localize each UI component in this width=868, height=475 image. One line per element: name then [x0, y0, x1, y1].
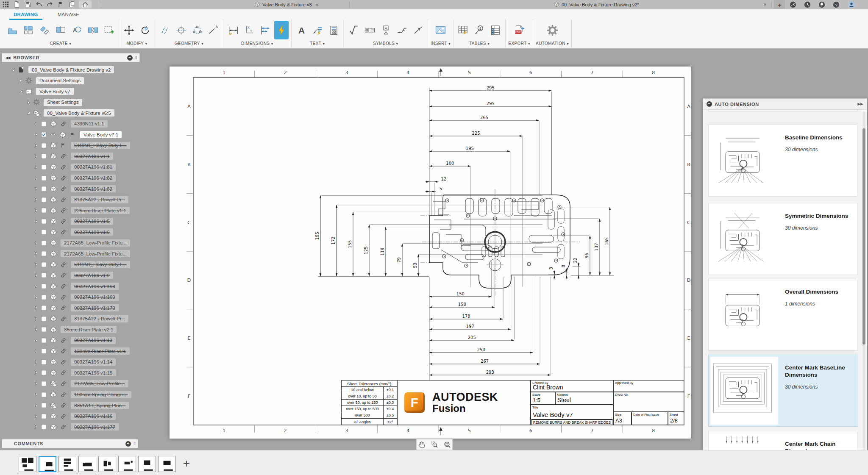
expander-icon[interactable] — [33, 305, 39, 311]
expander-icon[interactable] — [33, 132, 39, 137]
tree-item-label[interactable]: 5111N1_Heavy Duty L... — [71, 261, 130, 268]
sheet-tab-2[interactable] — [39, 456, 56, 472]
apps-grid-button[interactable] — [0, 0, 11, 9]
browser-tree-row[interactable]: 5111N1_Heavy Duty L... — [0, 140, 147, 151]
tree-item-label[interactable]: 90327A196 v1:16 — [71, 413, 116, 420]
browser-tree-row[interactable]: 225mm Riser Plate v1:1 — [0, 205, 147, 216]
tree-item-label[interactable]: 2172A65_Low-Profile Fixtu... — [61, 239, 130, 247]
tree-item-label[interactable]: Valve Body v7 — [36, 88, 74, 95]
tree-item-label[interactable]: 90327A196 v1:1 — [71, 153, 113, 160]
parts-list-tool[interactable] — [488, 21, 503, 39]
expander-icon[interactable] — [33, 208, 39, 213]
visibility-checkbox[interactable] — [39, 186, 48, 192]
expander-icon[interactable] — [33, 327, 39, 332]
auto-dimension-header[interactable]: − AUTO DIMENSION ▶▶ — [703, 99, 867, 110]
visibility-checkbox[interactable] — [39, 283, 48, 289]
expander-icon[interactable] — [33, 240, 39, 246]
visibility-checkbox[interactable] — [39, 413, 48, 419]
expander-icon[interactable] — [33, 381, 39, 386]
browser-tree-row[interactable]: 90327A196 v1:169 — [0, 292, 147, 303]
visibility-checkbox[interactable] — [39, 131, 48, 138]
expander-icon[interactable] — [33, 251, 39, 256]
group-dropdown-create[interactable]: CREATE ▾ — [50, 41, 72, 46]
visibility-checkbox[interactable] — [39, 402, 48, 408]
tree-item-label[interactable]: 31375A22 - Dowell Pi... — [71, 315, 128, 322]
auto-dim-card-cm-baseline[interactable]: Center Mark BaseLine Dimensions30 dimens… — [708, 355, 857, 427]
tree-item-label[interactable]: 225mm Riser Plate v1:1 — [71, 207, 130, 214]
visibility-checkbox[interactable] — [39, 197, 48, 203]
group-dropdown-insert[interactable]: INSERT ▾ — [431, 41, 451, 46]
browser-minimize-icon[interactable]: − — [127, 55, 133, 61]
tree-item-label[interactable]: 90327A196 v1:82 — [71, 175, 116, 182]
expander-icon[interactable] — [33, 392, 39, 397]
document-tab-2[interactable]: 00_Valve Body & Fixture Drawing v2* — [554, 0, 642, 9]
tree-item-label[interactable]: 2172A65_Low-Profile... — [71, 380, 128, 387]
redo-button[interactable] — [44, 0, 55, 9]
expander-icon[interactable] — [33, 348, 39, 354]
add-sheet-button[interactable]: + — [180, 457, 193, 470]
tree-item-label[interactable]: 90327A196 v1:6 — [71, 228, 113, 236]
zoom-window-button[interactable] — [429, 440, 440, 449]
group-dropdown-export[interactable]: EXPORT ▾ — [508, 41, 530, 46]
visibility-checkbox[interactable] — [39, 348, 48, 354]
weld-tool[interactable] — [395, 21, 409, 39]
group-dropdown-modify[interactable]: MODIFY ▾ — [126, 41, 147, 46]
tree-item-label[interactable]: 4339N11 v1:1 — [71, 120, 108, 128]
tree-item-label[interactable]: 5111N1_Heavy Duty L... — [71, 142, 130, 149]
balloon-tool[interactable]: 1 — [472, 21, 487, 39]
history-button[interactable] — [804, 1, 811, 8]
expander-icon[interactable] — [33, 219, 39, 224]
tree-item-label[interactable]: 3351A17_Spring Plun... — [71, 402, 129, 409]
browser-tree-row[interactable]: 90327A196 v1:1 — [0, 151, 147, 161]
break-view-tool[interactable] — [86, 21, 100, 39]
ribbon-tab-drawing[interactable]: DRAWING — [13, 10, 39, 19]
expander-icon[interactable] — [33, 121, 39, 127]
document-tab-1[interactable]: Valve Body & Fixture v3 × — [254, 0, 320, 9]
move-tool[interactable] — [122, 21, 136, 39]
job-status-button[interactable] — [789, 1, 797, 8]
visibility-checkbox[interactable] — [39, 392, 48, 398]
pan-button[interactable] — [417, 440, 427, 449]
visibility-checkbox[interactable] — [39, 359, 48, 365]
close-tab-icon[interactable]: × — [762, 1, 768, 8]
gear-tool[interactable] — [545, 21, 559, 39]
browser-tree-row[interactable]: 90327A196 v1:13 — [0, 335, 147, 346]
browser-tree-row[interactable]: 3351A17_Spring Plun... — [0, 400, 147, 411]
table-tool[interactable] — [456, 21, 470, 39]
visibility-checkbox[interactable] — [39, 369, 48, 376]
notifications-button[interactable] — [818, 1, 826, 8]
browser-tree-row[interactable]: 90327A196 v1:5 — [0, 216, 147, 227]
browser-tree-row[interactable]: 90327A196 v1:170 — [0, 303, 147, 313]
browser-tree-row[interactable]: 35mm Riser Plate v2:1 — [0, 324, 147, 335]
expander-icon[interactable] — [33, 262, 39, 267]
visibility-checkbox[interactable] — [39, 326, 48, 333]
browser-tree-row[interactable]: 2172A65_Low-Profile Fixtu... — [0, 238, 147, 248]
drawing-canvas[interactable]: 1122334455667788AABBCCDDEEFF295295265225… — [0, 49, 868, 450]
save-button[interactable] — [22, 0, 33, 9]
expander-icon[interactable] — [33, 370, 39, 375]
group-dropdown-dimensions[interactable]: DIMENSIONS ▾ — [241, 41, 273, 46]
tree-item-label[interactable]: 31375A22 - Dowell Pi... — [71, 196, 128, 203]
section-view-tool[interactable] — [53, 21, 68, 39]
tree-item-label[interactable]: 90327A196 v1:15 — [71, 369, 116, 376]
browser-tree-row[interactable]: 100mm Spring Plunger... — [0, 389, 147, 400]
file-new-button[interactable] — [11, 0, 22, 9]
expander-icon[interactable] — [10, 67, 17, 72]
auxiliary-view-tool[interactable] — [37, 21, 52, 39]
expander-icon[interactable] — [33, 272, 39, 278]
center-mark-tool[interactable] — [174, 21, 188, 39]
tree-item-label[interactable]: 90327A196 v1:14 — [71, 358, 116, 366]
base-view-tool[interactable] — [5, 21, 19, 39]
sheet-tab-4[interactable] — [78, 456, 96, 472]
expander-icon[interactable] — [33, 294, 39, 300]
note-grid-tool[interactable] — [326, 21, 341, 39]
auto-dim-card-symmetric[interactable]: Symmetric Dimensions30 dimensions — [708, 203, 857, 275]
auto-dim-card-overall[interactable]: Overall Dimensions1 dimensions — [708, 279, 857, 351]
tree-item-label[interactable]: 130mm Riser Plate v1:1 — [71, 347, 130, 355]
sheet-tab-1[interactable] — [19, 456, 36, 472]
sheet-tab-3[interactable] — [58, 456, 76, 472]
sheet-tab-8[interactable] — [158, 456, 176, 472]
expander-icon[interactable] — [33, 338, 39, 343]
add-comment-icon[interactable]: + — [125, 441, 131, 447]
close-tab-icon[interactable]: × — [314, 2, 320, 8]
